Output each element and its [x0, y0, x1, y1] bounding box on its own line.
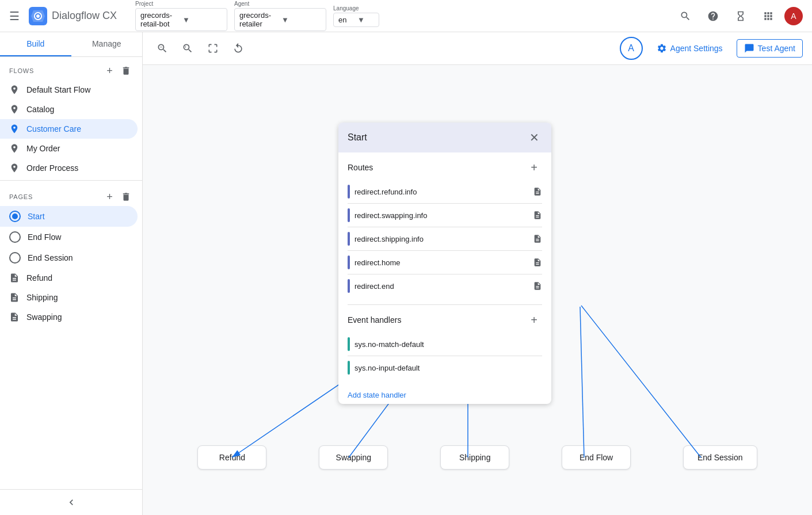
sidebar: Build Manage FLOWS + Default Start Flow …	[0, 32, 143, 515]
page-swapping-doc-icon	[9, 312, 20, 322]
agent-dropdown-group: Agent grecords-retailer ▼	[234, 1, 326, 31]
page-end-flow-icon	[9, 231, 21, 243]
flow-node-refund[interactable]: Refund	[197, 445, 266, 470]
apps-icon-btn[interactable]	[757, 5, 780, 28]
sidebar-item-catalog[interactable]: Catalog	[0, 100, 138, 119]
main-layout: Build Manage FLOWS + Default Start Flow …	[0, 32, 812, 515]
zoom-in-button[interactable]	[177, 38, 198, 59]
test-agent-label: Test Agent	[758, 44, 795, 53]
project-dropdown-group: Project grecords-retail-bot ▼	[135, 1, 227, 31]
sidebar-page-label-swapping: Swapping	[26, 312, 62, 322]
collapse-sidebar-button[interactable]	[0, 489, 142, 515]
help-icon-btn[interactable]	[702, 5, 725, 28]
flows-section-label: FLOWS	[9, 67, 34, 74]
page-start-filled-circle	[12, 213, 18, 219]
project-dropdown[interactable]: grecords-retail-bot ▼	[135, 8, 227, 31]
event-handler-no-input[interactable]: sys.no-input-default	[348, 356, 542, 379]
agent-arrow-icon: ▼	[281, 16, 321, 24]
hourglass-icon-btn[interactable]	[729, 5, 752, 28]
flow-node-swapping[interactable]: Swapping	[319, 445, 388, 470]
zoom-out-button[interactable]	[152, 38, 173, 59]
flow-node-shipping[interactable]: Shipping	[440, 445, 509, 470]
route-item-swapping[interactable]: redirect.swapping.info	[348, 204, 542, 227]
project-value: grecords-retail-bot	[140, 11, 180, 28]
sidebar-page-label-start: Start	[28, 212, 45, 221]
add-page-button[interactable]: +	[103, 190, 117, 204]
sidebar-item-label-catalog: Catalog	[26, 105, 54, 114]
start-panel-close-button[interactable]: ✕	[526, 129, 542, 146]
canvas-content: Start ✕ Routes + redirect.refund.info	[143, 65, 812, 515]
pages-section-label: PAGES	[9, 193, 33, 200]
add-route-button[interactable]: +	[526, 159, 542, 176]
tab-manage[interactable]: Manage	[71, 32, 143, 56]
agent-avatar-circle[interactable]: A	[620, 37, 643, 60]
sidebar-page-refund[interactable]: Refund	[0, 268, 138, 288]
route-doc-icon-refund	[533, 187, 542, 196]
route-doc-icon-swapping	[533, 211, 542, 220]
event-handlers-section-title: Event handlers	[348, 315, 401, 325]
user-avatar[interactable]: A	[784, 7, 803, 25]
app-logo	[29, 7, 47, 25]
event-handler-label-no-input: sys.no-input-default	[354, 364, 542, 372]
sidebar-page-label-refund: Refund	[26, 273, 52, 283]
routes-section: Routes + redirect.refund.info redirect.s…	[338, 152, 551, 304]
sidebar-page-label-end-session: End Session	[28, 253, 73, 262]
top-bar-right: A	[674, 5, 803, 28]
agent-settings-label: Agent Settings	[670, 44, 723, 53]
project-label: Project	[135, 1, 227, 7]
page-shipping-doc-icon	[9, 292, 20, 303]
sidebar-item-customer-care[interactable]: Customer Care	[0, 119, 138, 139]
sidebar-tab-bar: Build Manage	[0, 32, 142, 57]
event-handler-no-match[interactable]: sys.no-match-default	[348, 333, 542, 356]
hamburger-icon[interactable]: ☰	[9, 9, 20, 23]
sidebar-item-default-start-flow[interactable]: Default Start Flow	[0, 80, 138, 100]
delete-flow-button[interactable]	[119, 64, 133, 78]
route-doc-icon-shipping	[533, 234, 542, 243]
flow-icon-my-order	[9, 143, 20, 154]
undo-button[interactable]	[228, 38, 249, 59]
route-label-end: redirect.end	[354, 282, 528, 291]
routes-section-header: Routes +	[348, 159, 542, 176]
route-doc-icon-end	[533, 281, 542, 291]
agent-dropdown[interactable]: grecords-retailer ▼	[234, 8, 326, 31]
route-item-refund[interactable]: redirect.refund.info	[348, 180, 542, 204]
flow-node-end-session[interactable]: End Session	[683, 445, 757, 470]
flow-node-end-flow[interactable]: End Flow	[562, 445, 631, 470]
page-start-icon	[9, 211, 21, 222]
apps-icon	[763, 10, 774, 22]
route-item-shipping[interactable]: redirect.shipping.info	[348, 227, 542, 251]
sidebar-item-label-customer-care: Customer Care	[26, 124, 81, 133]
sidebar-item-my-order[interactable]: My Order	[0, 139, 138, 158]
route-bar-home	[348, 255, 350, 269]
sidebar-page-swapping[interactable]: Swapping	[0, 307, 138, 327]
search-icon-btn[interactable]	[674, 5, 697, 28]
canvas-area: A Agent Settings Test Agent	[143, 32, 812, 515]
language-dropdown[interactable]: en ▼	[333, 13, 379, 27]
start-panel-header: Start ✕	[338, 123, 551, 152]
route-item-end[interactable]: redirect.end	[348, 274, 542, 297]
route-label-swapping: redirect.swapping.info	[354, 211, 528, 220]
flow-icon-catalog	[9, 104, 20, 115]
agent-label: Agent	[234, 1, 326, 7]
route-label-shipping: redirect.shipping.info	[354, 235, 528, 243]
delete-page-button[interactable]	[119, 190, 133, 204]
add-event-handler-button[interactable]: +	[526, 312, 542, 328]
sidebar-page-end-session[interactable]: End Session	[0, 247, 138, 268]
svg-line-8	[580, 307, 584, 457]
language-label: Language	[333, 5, 379, 12]
search-icon	[680, 10, 691, 22]
tab-build[interactable]: Build	[0, 32, 71, 56]
add-state-handler-button[interactable]: Add state handler	[338, 386, 551, 404]
sidebar-page-label-shipping: Shipping	[26, 293, 58, 302]
add-flow-button[interactable]: +	[103, 64, 117, 78]
sidebar-item-order-process[interactable]: Order Process	[0, 158, 138, 178]
sidebar-page-start[interactable]: Start	[0, 206, 138, 227]
top-bar: ☰ Dialogflow CX Project grecords-retail-…	[0, 0, 812, 32]
test-agent-button[interactable]: Test Agent	[737, 39, 803, 58]
sidebar-page-shipping[interactable]: Shipping	[0, 288, 138, 307]
route-item-home[interactable]: redirect.home	[348, 251, 542, 274]
sidebar-page-end-flow[interactable]: End Flow	[0, 227, 138, 247]
fit-view-button[interactable]	[203, 38, 223, 59]
agent-settings-button[interactable]: Agent Settings	[650, 40, 730, 57]
dropdowns-area: Project grecords-retail-bot ▼ Agent grec…	[135, 1, 379, 31]
